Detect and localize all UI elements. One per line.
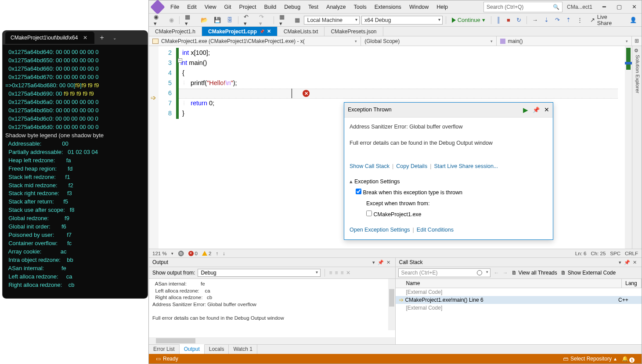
menu-debug[interactable]: Debug — [280, 2, 304, 12]
notifications-button[interactable]: 🔔1 — [619, 355, 637, 363]
window-pos-icon[interactable]: ▾ — [617, 260, 623, 265]
copy-details-link[interactable]: Copy Details — [396, 161, 427, 171]
prev-issue-button[interactable]: ↑ — [216, 251, 218, 256]
error-count[interactable]: 0 — [195, 251, 198, 256]
clear-output-button[interactable]: ✕ — [346, 270, 350, 276]
close-icon[interactable]: ✕ — [544, 105, 549, 115]
nav-scope-combo[interactable]: (Global Scope) — [361, 36, 496, 46]
break-when-checkbox[interactable]: Break when this exception type is thrown — [350, 187, 548, 199]
output-toolbar-icon[interactable]: ≡ — [329, 270, 332, 276]
close-icon[interactable]: ✕ — [81, 35, 89, 41]
col-name[interactable]: Name — [396, 279, 622, 288]
call-stack-row[interactable]: ➩CMakeProject1.exe!main() Line 6C++ — [396, 296, 642, 304]
pin-icon[interactable]: 📌 — [623, 260, 631, 265]
menu-help[interactable]: Help — [433, 2, 452, 12]
step-over-button[interactable]: ↷ — [553, 15, 562, 25]
close-icon[interactable]: ✕ — [631, 260, 638, 265]
menu-window[interactable]: Window — [405, 2, 433, 12]
debug-more-button[interactable]: ⋮ — [575, 15, 585, 25]
indent-mode[interactable]: SPC — [610, 251, 620, 256]
search-next-button[interactable]: → — [503, 270, 508, 276]
break-all-button[interactable]: ║ — [494, 15, 503, 25]
close-button[interactable]: ✕ — [627, 1, 642, 13]
startup-item-button[interactable]: ▦ ▾ — [277, 12, 291, 28]
call-stack-row[interactable]: [External Code] — [396, 288, 642, 296]
tool-tab[interactable]: Error List — [149, 345, 180, 354]
terminal-tab[interactable]: CMakeProject1\out\build\x64 ✕ — [5, 32, 94, 44]
pin-icon[interactable]: 📌 — [260, 29, 264, 34]
start-live-share-link[interactable]: Start Live Share session... — [434, 161, 498, 171]
solution-explorer-tab[interactable]: Solution Explorer — [634, 55, 640, 93]
redo-button[interactable]: ↷ ▾ — [257, 12, 271, 28]
show-call-stack-link[interactable]: Show Call Stack — [350, 161, 390, 171]
nav-fwd-button[interactable]: ◉ — [167, 15, 176, 25]
except-exe-checkbox[interactable]: CMakeProject1.exe — [350, 209, 548, 221]
close-icon[interactable]: ✕ — [267, 29, 271, 34]
doc-tab[interactable]: CMakeProject1.h — [149, 27, 202, 36]
nav-back-button[interactable]: ◉ ▾ — [151, 12, 165, 28]
window-pos-icon[interactable]: ▾ — [371, 260, 376, 265]
exception-settings-title[interactable]: Exception Settings — [350, 177, 548, 187]
doc-tab[interactable]: CMakeLists.txt — [278, 27, 325, 36]
show-external-code-button[interactable]: 🗎 Show External Code — [561, 270, 616, 276]
fold-toggle-icon[interactable]: − — [178, 58, 182, 63]
menu-git[interactable]: Git — [220, 2, 235, 12]
output-source-combo[interactable]: Debug — [198, 269, 321, 277]
menu-file[interactable]: File — [166, 2, 183, 12]
tool-tab[interactable]: Locals — [205, 345, 229, 354]
horizontal-scrollbar[interactable] — [149, 337, 395, 344]
glyph-margin[interactable]: ➩ — [149, 46, 159, 249]
menu-project[interactable]: Project — [235, 2, 260, 12]
code-editor[interactable]: ➩ 2345678 − int x[100]; int main() { ⸽ p… — [149, 46, 632, 249]
search-input[interactable]: Search (Ctrl+Q) 🔍 — [483, 2, 563, 12]
view-all-threads-button[interactable]: 🗎 View all Threads — [512, 270, 557, 276]
line-ending[interactable]: CRLF — [625, 251, 638, 256]
restart-button[interactable]: ↻ — [514, 15, 523, 25]
minimize-button[interactable]: ━ — [597, 1, 612, 13]
menu-edit[interactable]: Edit — [183, 2, 201, 12]
nav-file-combo[interactable]: CMakeProject1.exe (CMakeProject1\CMakePr… — [149, 36, 361, 46]
col-lang[interactable]: Lang — [622, 279, 642, 288]
overview-ruler[interactable] — [625, 46, 632, 249]
zoom-level[interactable]: 121 % — [152, 251, 167, 256]
live-share-button[interactable]: ↗ Live Share — [587, 13, 626, 27]
menu-extensions[interactable]: Extensions — [371, 2, 405, 12]
select-repo-button[interactable]: 🗃 Select Repository ▴ — [560, 356, 619, 362]
step-into-button[interactable]: ⇣ — [542, 15, 551, 25]
tool-tab[interactable]: Output — [180, 344, 205, 354]
maximize-button[interactable]: ▢ — [612, 1, 627, 13]
save-button[interactable]: 💾 — [212, 15, 223, 25]
pin-icon[interactable]: 📌 — [376, 260, 385, 265]
call-stack-row[interactable]: [External Code] — [396, 304, 642, 312]
next-issue-button[interactable]: ↓ — [223, 251, 225, 256]
build-config-combo[interactable]: x64 Debug — [361, 16, 443, 25]
tool-tab[interactable]: Watch 1 — [229, 345, 257, 354]
nav-function-combo[interactable]: main() — [497, 36, 632, 46]
continue-icon[interactable]: ▶ — [523, 105, 528, 115]
open-exception-settings-link[interactable]: Open Exception Settings — [350, 225, 410, 235]
output-toolbar-icon[interactable]: ≡ — [335, 270, 338, 276]
call-stack-search[interactable]: Search (Ctrl+E)▾ — [398, 268, 491, 277]
menu-view[interactable]: View — [201, 2, 220, 12]
error-icon[interactable]: ✕ — [303, 90, 310, 97]
feedback-button[interactable]: 👤 — [628, 15, 639, 25]
menu-analyze[interactable]: Analyze — [322, 2, 350, 12]
vertical-scrollbar[interactable] — [388, 279, 395, 330]
menu-test[interactable]: Test — [304, 2, 322, 12]
step-out-button[interactable]: ⇡ — [564, 15, 573, 25]
doc-tab[interactable]: CMakeProject1.cpp 📌 ✕ — [202, 27, 278, 36]
continue-button[interactable]: Continue ▾ — [449, 16, 488, 24]
menu-tools[interactable]: Tools — [350, 2, 371, 12]
show-next-statement-button[interactable]: → — [530, 15, 540, 25]
output-toolbar-icon[interactable]: ≡ — [340, 270, 343, 276]
pin-icon[interactable]: 📌 — [533, 105, 540, 115]
new-project-button[interactable]: ▦ ▾ — [183, 12, 197, 28]
split-editor-button[interactable]: ⊞ — [632, 36, 642, 46]
target-machine-combo[interactable]: Local Machine — [304, 16, 360, 25]
open-button[interactable]: 📂 — [198, 15, 210, 25]
gear-icon[interactable]: ⚙ — [634, 48, 638, 54]
save-all-button[interactable]: 🗄 — [225, 15, 235, 25]
menu-build[interactable]: Build — [260, 2, 280, 12]
warning-count[interactable]: 2 — [209, 251, 211, 256]
stop-button[interactable]: ■ — [505, 15, 512, 25]
